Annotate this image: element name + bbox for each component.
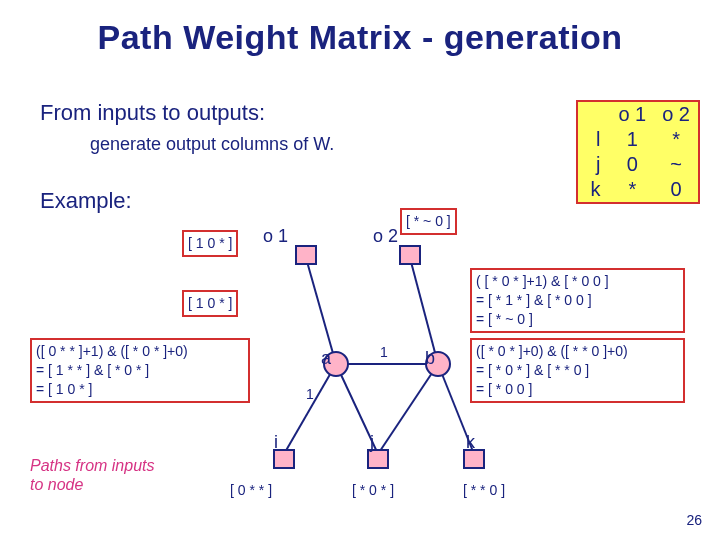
vector-a: [ 1 0 * ]	[182, 290, 238, 317]
matrix-cell: ~	[654, 152, 698, 177]
svg-rect-8	[400, 246, 420, 264]
intro-text: From inputs to outputs:	[40, 100, 265, 126]
derivation-a: ([ 0 * * ]+1) & ([ * 0 * ]+0) = [ 1 * * …	[30, 338, 250, 403]
node-label-o2: o 2	[373, 226, 398, 247]
node-label-a: a	[321, 348, 331, 369]
vector-o1: [ 1 0 * ]	[182, 230, 238, 257]
matrix-cell: 1	[610, 127, 654, 152]
paths-note-line: Paths from inputs	[30, 456, 155, 475]
derivation-b: ([ * 0 * ]+0) & ([ * * 0 ]+0) = [ * 0 * …	[470, 338, 685, 403]
weight-matrix: o 1 o 2 l 1 * j 0 ~ k * 0	[576, 100, 700, 204]
paths-note-line: to node	[30, 475, 155, 494]
matrix-col-o1: o 1	[610, 102, 654, 127]
matrix-row-l: l	[578, 127, 610, 152]
deriv-line: = [ * 0 0 ]	[476, 380, 679, 399]
vector-k: [ * * 0 ]	[463, 482, 505, 498]
matrix-row-k: k	[578, 177, 610, 202]
node-label-b: b	[425, 348, 435, 369]
page-number: 26	[686, 512, 702, 528]
matrix-cell: 0	[654, 177, 698, 202]
edge-weight-ia: 1	[306, 386, 314, 402]
paths-note: Paths from inputs to node	[30, 456, 155, 494]
matrix-row-j: j	[578, 152, 610, 177]
svg-rect-7	[296, 246, 316, 264]
deriv-line: = [ * 0 * ] & [ * * 0 ]	[476, 361, 679, 380]
matrix-cell: 0	[610, 152, 654, 177]
deriv-line: = [ * 1 * ] & [ * 0 0 ]	[476, 291, 679, 310]
node-label-j: j	[370, 432, 374, 453]
svg-line-2	[284, 364, 336, 454]
sub-text: generate output columns of W.	[90, 134, 334, 155]
vector-j: [ * 0 * ]	[352, 482, 394, 498]
derivation-o2: ( [ * 0 * ]+1) & [ * 0 0 ] = [ * 1 * ] &…	[470, 268, 685, 333]
matrix-corner	[578, 102, 610, 127]
deriv-line: ([ * 0 * ]+0) & ([ * * 0 ]+0)	[476, 342, 679, 361]
deriv-line: = [ 1 * * ] & [ * 0 * ]	[36, 361, 244, 380]
svg-line-4	[378, 364, 438, 454]
node-label-i: i	[274, 432, 278, 453]
node-label-o1: o 1	[263, 226, 288, 247]
edge-weight-ab: 1	[380, 344, 388, 360]
matrix-cell: *	[654, 127, 698, 152]
node-label-k: k	[466, 432, 475, 453]
deriv-line: = [ * ~ 0 ]	[476, 310, 679, 329]
vector-i: [ 0 * * ]	[230, 482, 272, 498]
matrix-col-o2: o 2	[654, 102, 698, 127]
deriv-line: ([ 0 * * ]+1) & ([ * 0 * ]+0)	[36, 342, 244, 361]
deriv-line: = [ 1 0 * ]	[36, 380, 244, 399]
matrix-cell: *	[610, 177, 654, 202]
vector-o2: [ * ~ 0 ]	[400, 208, 457, 235]
example-label: Example:	[40, 188, 132, 214]
page-title: Path Weight Matrix - generation	[0, 0, 720, 57]
deriv-line: ( [ * 0 * ]+1) & [ * 0 0 ]	[476, 272, 679, 291]
